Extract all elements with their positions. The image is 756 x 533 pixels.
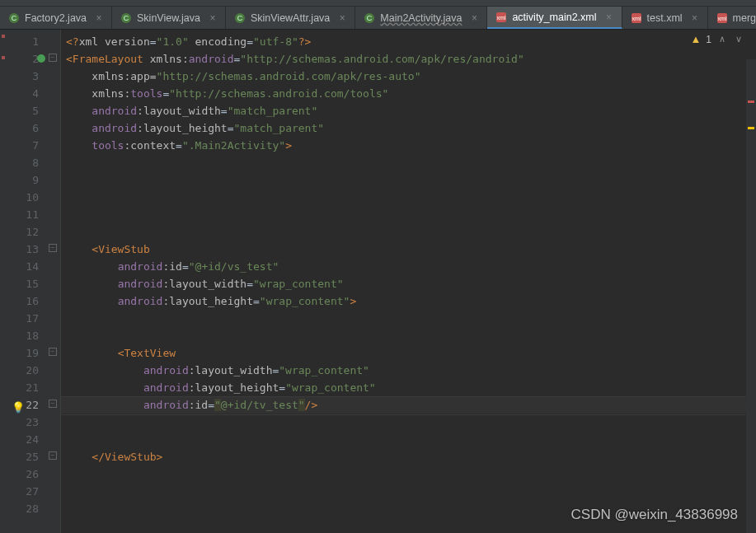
code-line	[61, 310, 756, 327]
line-number: 12	[7, 223, 60, 241]
warning-icon: ▲	[690, 33, 701, 45]
close-icon[interactable]: ×	[336, 12, 348, 24]
svg-text:C: C	[12, 14, 17, 22]
line-number: 5	[7, 102, 60, 119]
code-line	[61, 465, 756, 483]
close-icon[interactable]: ×	[93, 12, 105, 24]
chevron-up-icon[interactable]: ∧	[716, 34, 728, 44]
close-icon[interactable]: ×	[207, 12, 218, 24]
tab-merge-xml[interactable]: xml merge.xml	[708, 7, 756, 29]
tab-label: Factory2.java	[25, 12, 87, 24]
line-number: 4	[7, 85, 60, 102]
class-icon: C	[234, 12, 246, 24]
code-line	[61, 414, 756, 431]
line-number: 28	[7, 500, 60, 517]
code-line: <TextView	[61, 344, 756, 362]
line-number: 16	[7, 292, 60, 310]
chevron-down-icon[interactable]: ∨	[733, 34, 744, 44]
code-line: <?xml version="1.0" encoding="utf-8"?>	[61, 33, 756, 50]
watermark-text: CSDN @weixin_43836998	[571, 507, 738, 523]
tab-skinviewattr[interactable]: C SkinViewAttr.java ×	[226, 7, 355, 29]
code-line	[61, 327, 756, 344]
code-line	[61, 171, 756, 189]
line-number: 17	[7, 310, 60, 327]
code-line: tools:context=".Main2Activity">	[61, 137, 756, 154]
inspection-widget[interactable]: ▲ 1 ∧ ∨	[690, 33, 744, 45]
line-number: 💡22−	[7, 396, 60, 414]
tab-label: Main2Activity.java	[380, 12, 462, 24]
code-line: android:layout_height="match_parent"	[61, 119, 756, 137]
tab-main2activity[interactable]: C Main2Activity.java ×	[355, 7, 487, 29]
error-dot	[2, 56, 5, 59]
code-line: xmlns:app="http://schemas.android.com/ap…	[61, 68, 756, 85]
editor-tabbar: C Factory2.java × C SkinView.java × C Sk…	[0, 7, 756, 30]
code-line: android:layout_width="wrap_content"	[61, 362, 756, 379]
tab-skinview[interactable]: C SkinView.java ×	[112, 7, 226, 29]
tab-label: SkinViewAttr.java	[251, 12, 330, 24]
code-line: android:layout_width="wrap_content"	[61, 275, 756, 292]
code-line: android:id="@+id/vs_test"	[61, 258, 756, 275]
left-mark-strip	[0, 30, 7, 533]
code-line: <ViewStub	[61, 241, 756, 258]
tab-factory2[interactable]: C Factory2.java ×	[0, 7, 112, 29]
line-number: 26	[7, 465, 60, 483]
error-dot	[2, 35, 5, 38]
close-icon[interactable]: ×	[468, 12, 480, 24]
line-number: 9	[7, 171, 60, 189]
code-editor[interactable]: 1 2− 3 4 5 6 7 8 9 10 11 12 13− 14 15 16…	[0, 30, 756, 533]
svg-text:C: C	[367, 14, 373, 22]
line-number: 1	[7, 33, 60, 50]
fold-icon[interactable]: −	[49, 54, 57, 62]
warning-count: 1	[706, 34, 711, 45]
xml-icon: xml	[631, 12, 642, 24]
line-gutter: 1 2− 3 4 5 6 7 8 9 10 11 12 13− 14 15 16…	[7, 30, 61, 533]
line-number: 21	[7, 379, 60, 396]
fold-icon[interactable]: −	[49, 244, 57, 252]
error-stripe[interactable]	[746, 59, 756, 533]
code-line	[61, 206, 756, 223]
code-line: android:layout_height="wrap_content">	[61, 292, 756, 310]
fold-icon[interactable]: −	[49, 348, 57, 356]
code-line: android:layout_width="match_parent"	[61, 102, 756, 119]
code-line: <FrameLayout xmlns:android="http://schem…	[61, 50, 756, 68]
xml-icon: xml	[495, 12, 507, 23]
error-marker[interactable]	[748, 101, 754, 103]
xml-icon: xml	[716, 12, 728, 24]
svg-text:C: C	[124, 14, 129, 22]
title-bar-strip	[0, 0, 756, 7]
fold-icon[interactable]: −	[49, 451, 57, 460]
tab-label: SkinView.java	[137, 12, 200, 24]
code-area[interactable]: <?xml version="1.0" encoding="utf-8"?> <…	[61, 30, 756, 533]
close-icon[interactable]: ×	[603, 12, 615, 23]
line-number: 27	[7, 483, 60, 500]
close-icon[interactable]: ×	[689, 12, 701, 24]
tab-label: test.xml	[647, 12, 683, 24]
code-line	[61, 223, 756, 241]
line-number: 8	[7, 154, 60, 171]
line-number: 6	[7, 119, 60, 137]
code-line	[61, 431, 756, 448]
line-number: 18	[7, 327, 60, 344]
line-number: 11	[7, 206, 60, 223]
code-line: </ViewStub>	[61, 448, 756, 465]
line-number: 3	[7, 68, 60, 85]
run-gutter-icon[interactable]	[37, 54, 45, 63]
line-number: 25−	[7, 448, 60, 465]
tab-test-xml[interactable]: xml test.xml ×	[622, 7, 708, 29]
warning-marker[interactable]	[748, 127, 754, 129]
line-number: 7	[7, 137, 60, 154]
class-icon: C	[364, 12, 375, 24]
tab-activity-main2-xml[interactable]: xml activity_main2.xml ×	[487, 7, 622, 29]
class-icon: C	[120, 12, 132, 24]
line-number: 24	[7, 431, 60, 448]
code-line	[61, 189, 756, 206]
tab-label: merge.xml	[733, 12, 756, 24]
fold-icon[interactable]: −	[49, 400, 57, 408]
line-number: 23	[7, 414, 60, 431]
svg-text:xml: xml	[497, 15, 506, 21]
line-number: 10	[7, 189, 60, 206]
svg-text:xml: xml	[717, 16, 726, 21]
line-number: 13−	[7, 241, 60, 258]
code-line	[61, 483, 756, 500]
code-line: android:layout_height="wrap_content"	[61, 379, 756, 396]
